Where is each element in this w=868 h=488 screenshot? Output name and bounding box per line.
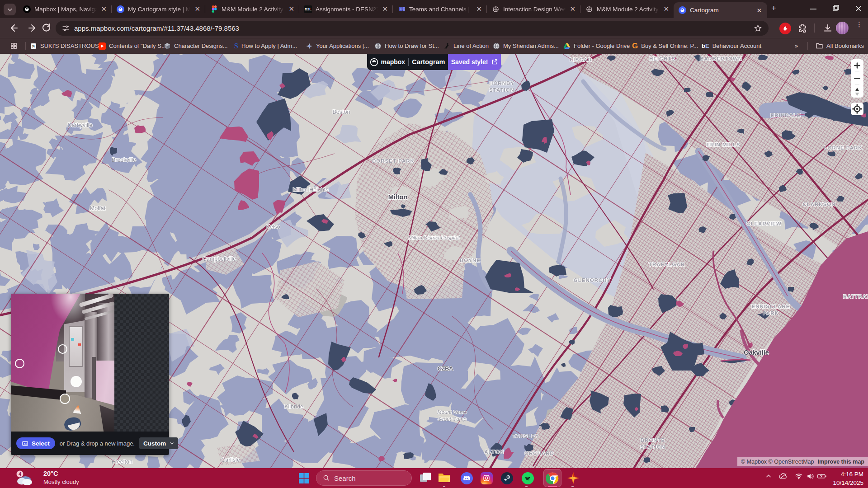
svg-text:CLEARVIEW: CLEARVIEW <box>746 221 782 226</box>
svg-text:PARK: PARK <box>763 310 779 316</box>
svg-text:HORNBY: HORNBY <box>489 80 514 86</box>
svg-text:STATION: STATION <box>489 87 514 93</box>
svg-text:Scout Camp: Scout Camp <box>438 416 467 422</box>
svg-text:CLARKSON: CLARKSON <box>802 202 835 207</box>
svg-text:ERIN MILLS: ERIN MILLS <box>706 142 740 147</box>
svg-text:BRONTE: BRONTE <box>641 437 665 443</box>
svg-text:Mount Nemo: Mount Nemo <box>437 409 467 415</box>
svg-text:GLENORCHY: GLENORCHY <box>574 277 611 283</box>
svg-text:LORNE PARK: LORNE PARK <box>824 145 862 150</box>
svg-text:CZBA: CZBA <box>438 366 453 372</box>
svg-text:TANSLEY: TANSLEY <box>512 433 539 439</box>
svg-text:ALTON: ALTON <box>484 449 504 455</box>
svg-text:Milton Heights: Milton Heights <box>292 187 328 193</box>
svg-text:Campbellville: Campbellville <box>203 256 236 262</box>
svg-text:HEIGHTS: HEIGHTS <box>649 56 675 61</box>
svg-text:STATION: STATION <box>640 444 665 450</box>
svg-text:Freelton: Freelton <box>112 459 132 465</box>
svg-text:LISGAR: LISGAR <box>570 57 592 62</box>
svg-text:ENNISCLARE: ENNISCLARE <box>752 304 790 309</box>
svg-text:BARBERTOWN: BARBERTOWN <box>700 56 742 61</box>
svg-text:DORSET PARK: DORSET PARK <box>372 158 415 164</box>
svg-text:4: 4 <box>19 472 21 477</box>
svg-text:Brookville: Brookville <box>112 157 136 163</box>
svg-text:Kelso: Kelso <box>266 224 280 230</box>
svg-text:ORCHARD: ORCHARD <box>524 450 554 456</box>
svg-text:Darbyville: Darbyville <box>68 122 93 128</box>
svg-text:Milton District Hospital: Milton District Hospital <box>408 235 460 240</box>
svg-text:Carlisle: Carlisle <box>221 457 240 463</box>
svg-text:N: N <box>32 44 35 48</box>
svg-text:Boston: Boston <box>333 109 350 115</box>
svg-text:Kilbride: Kilbride <box>284 404 303 410</box>
svg-text:T: T <box>400 7 401 10</box>
svg-text:Oakville: Oakville <box>744 349 769 356</box>
svg-text:Milton: Milton <box>388 193 408 201</box>
svg-text:ERINDALE: ERINDALE <box>771 113 801 118</box>
svg-text:Moffat: Moffat <box>90 205 106 211</box>
svg-text:BOYNE: BOYNE <box>460 258 481 263</box>
svg-text:TRAFALGAR: TRAFALGAR <box>649 262 685 267</box>
svg-text:RATTRAY: RATTRAY <box>843 294 868 299</box>
